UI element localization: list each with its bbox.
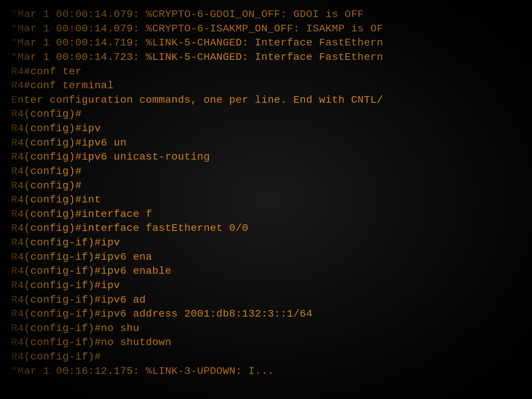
terminal-output: *Mar 1 00:00:14.079: %CRYPTO-6-GDOI_ON_O… bbox=[11, 7, 521, 378]
terminal-line-17: R4(config-if)#ipv bbox=[11, 236, 521, 250]
terminal-line-9: R4(config)#ipv bbox=[11, 122, 521, 136]
terminal-line-1: *Mar 1 00:00:14.079: %CRYPTO-6-GDOI_ON_O… bbox=[11, 7, 521, 22]
terminal-line-14: R4(config)#int bbox=[11, 193, 521, 207]
terminal-line-25: R4(config-if)# bbox=[11, 350, 521, 364]
terminal-line-22: R4(config-if)#ipv6 address 2001:db8:132:… bbox=[11, 307, 521, 321]
terminal-line-16: R4(config)#interface fastEthernet 0/0 bbox=[11, 221, 521, 236]
terminal-line-4: *Mar 1 00:00:14.723: %LINK-5-CHANGED: In… bbox=[11, 50, 521, 65]
terminal-line-5: R4#conf ter bbox=[11, 65, 521, 79]
terminal-line-24: R4(config-if)#no shutdown bbox=[11, 335, 521, 350]
terminal-line-10: R4(config)#ipv6 un bbox=[11, 136, 521, 150]
terminal-line-26: *Mar 1 00:16:12.175: %LINK-3-UPDOWN: I..… bbox=[11, 364, 521, 379]
terminal-line-18: R4(config-if)#ipv6 ena bbox=[11, 250, 521, 265]
terminal-line-20: R4(config-if)#ipv bbox=[11, 279, 521, 293]
terminal-line-2: *Mar 1 00:00:14.079: %CRYPTO-6-ISAKMP_ON… bbox=[11, 22, 521, 36]
terminal-line-19: R4(config-if)#ipv6 enable bbox=[11, 264, 521, 279]
terminal-line-21: R4(config-if)#ipv6 ad bbox=[11, 293, 521, 307]
terminal-line-8: R4(config)# bbox=[11, 107, 521, 122]
terminal-line-13: R4(config)# bbox=[11, 179, 521, 193]
terminal-line-15: R4(config)#interface f bbox=[11, 207, 521, 222]
terminal-screen: *Mar 1 00:00:14.079: %CRYPTO-6-GDOI_ON_O… bbox=[0, 0, 532, 399]
terminal-line-12: R4(config)# bbox=[11, 164, 521, 179]
terminal-line-11: R4(config)#ipv6 unicast-routing bbox=[11, 150, 521, 164]
terminal-line-3: *Mar 1 00:00:14.719: %LINK-5-CHANGED: In… bbox=[11, 36, 521, 50]
terminal-line-7: Enter configuration commands, one per li… bbox=[11, 93, 521, 108]
terminal-line-23: R4(config-if)#no shu bbox=[11, 321, 521, 336]
terminal-line-6: R4#conf terminal bbox=[11, 79, 521, 93]
